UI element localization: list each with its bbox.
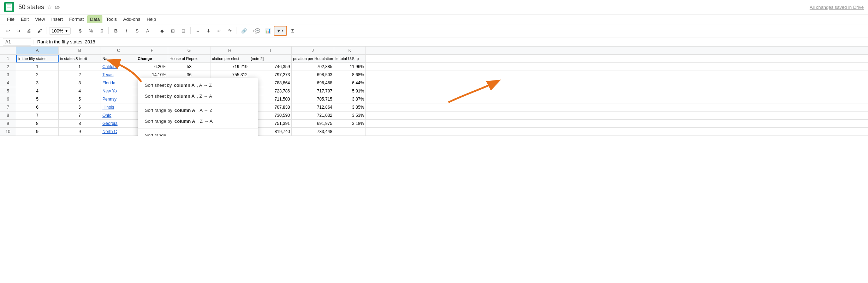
cell-j8[interactable]: 721,032 (292, 112, 334, 119)
col-header-g[interactable]: G (168, 47, 210, 54)
col-header-k[interactable]: K (334, 47, 366, 54)
folder-icon[interactable]: 🗁 (55, 4, 60, 10)
menu-help[interactable]: Help (144, 15, 159, 23)
print-button[interactable]: 🖨 (24, 26, 34, 36)
sort-range-action[interactable]: Sort range... (138, 130, 258, 136)
cell-j7[interactable]: 712,864 (292, 103, 334, 111)
menu-insert[interactable]: Insert (48, 15, 66, 23)
comment-button[interactable]: +💬 (250, 26, 262, 36)
redo-button[interactable]: ↪ (13, 26, 23, 36)
fill-color-button[interactable]: ◆ (157, 26, 167, 36)
cell-a1[interactable]: in the fifty states (16, 55, 59, 62)
strikethrough-button[interactable]: S (132, 26, 142, 36)
cell-b5[interactable]: 4 (59, 87, 101, 95)
cell-c6[interactable]: Pennsy (101, 95, 136, 103)
cell-k8[interactable]: 3.53% (334, 112, 366, 119)
col-header-h[interactable]: H (210, 47, 249, 54)
underline-button[interactable]: A (143, 26, 153, 36)
cell-c5[interactable]: New Yo (101, 87, 136, 95)
col-header-j[interactable]: J (292, 47, 334, 54)
cell-i2[interactable]: 746,359 (249, 63, 292, 71)
cell-i1[interactable]: [note 2] (249, 55, 292, 62)
sort-range-za[interactable]: Sort range by column A , Z → A (138, 116, 258, 127)
menu-tools[interactable]: Tools (103, 15, 119, 23)
menu-edit[interactable]: Edit (18, 15, 31, 23)
col-header-i[interactable]: I (249, 47, 292, 54)
cell-b2[interactable]: 1 (59, 63, 101, 71)
cell-a3[interactable]: 2 (16, 71, 59, 79)
cell-a7[interactable]: 6 (16, 103, 59, 111)
cell-k2[interactable]: 11.96% (334, 63, 366, 71)
italic-button[interactable]: I (121, 26, 131, 36)
borders-button[interactable]: ⊞ (168, 26, 178, 36)
sort-sheet-za[interactable]: Sort sheet by column A , Z → A (138, 91, 258, 102)
wrap-button[interactable]: ↵ (214, 26, 224, 36)
cell-j6[interactable]: 705,715 (292, 95, 334, 103)
cell-c4[interactable]: Florida (101, 79, 136, 87)
currency-button[interactable]: $ (75, 26, 85, 36)
menu-data[interactable]: Data (87, 15, 102, 23)
cell-c3[interactable]: Texas (101, 71, 136, 79)
cell-c2[interactable]: Californ (101, 63, 136, 71)
cell-k5[interactable]: 5.91% (334, 87, 366, 95)
sum-button[interactable]: Σ (288, 26, 298, 36)
menu-view[interactable]: View (32, 15, 48, 23)
paint-format-button[interactable]: 🖌 (35, 26, 44, 36)
zoom-selector[interactable]: 100% ▼ (49, 27, 71, 35)
col-header-b[interactable]: B (59, 47, 101, 54)
cell-a10[interactable]: 9 (16, 128, 59, 136)
cell-k10[interactable] (334, 128, 366, 136)
cell-j5[interactable]: 717,707 (292, 87, 334, 95)
rotate-button[interactable]: ↷ (225, 26, 234, 36)
undo-button[interactable]: ↩ (3, 26, 13, 36)
cell-a8[interactable]: 7 (16, 112, 59, 119)
menu-addons[interactable]: Add-ons (120, 15, 143, 23)
cell-c10[interactable]: North C (101, 128, 136, 136)
menu-file[interactable]: File (4, 15, 17, 23)
cell-f2[interactable]: 6.20% (136, 63, 168, 71)
cell-j4[interactable]: 696,468 (292, 79, 334, 87)
cell-a2[interactable]: 1 (16, 63, 59, 71)
col-header-f[interactable]: F (136, 47, 168, 54)
formula-input[interactable]: Rank in the fifty states, 2018 (35, 38, 865, 45)
cell-g1[interactable]: House of Repre: (168, 55, 210, 62)
chart-button[interactable]: 📊 (263, 26, 273, 36)
col-header-c[interactable]: C (101, 47, 136, 54)
cell-k9[interactable]: 3.18% (334, 120, 366, 127)
valign-button[interactable]: ⬇ (203, 26, 213, 36)
cell-b8[interactable]: 7 (59, 112, 101, 119)
cell-c7[interactable]: Illinois (101, 103, 136, 111)
cell-h2[interactable]: 719,219 (210, 63, 249, 71)
cell-a6[interactable]: 5 (16, 95, 59, 103)
cell-h1[interactable]: ulation per elect (210, 55, 249, 62)
cell-b6[interactable]: 5 (59, 95, 101, 103)
cell-k6[interactable]: 3.87% (334, 95, 366, 103)
cell-k4[interactable]: 6.44% (334, 79, 366, 87)
cell-b1[interactable]: in states & territ (59, 55, 101, 62)
col-header-a[interactable]: A (16, 47, 59, 54)
sort-range-az[interactable]: Sort range by column A , A → Z (138, 105, 258, 116)
cell-j3[interactable]: 698,503 (292, 71, 334, 79)
merge-button[interactable]: ⊟ (178, 26, 188, 36)
star-icon[interactable]: ☆ (47, 4, 52, 11)
cell-k3[interactable]: 8.68% (334, 71, 366, 79)
cell-j9[interactable]: 691,975 (292, 120, 334, 127)
decimal-button[interactable]: .0 (96, 26, 106, 36)
cell-f1[interactable]: Change (136, 55, 168, 62)
cell-g2[interactable]: 53 (168, 63, 210, 71)
cell-c1[interactable]: Na (101, 55, 136, 62)
data-menu-dropdown[interactable]: Sort sheet by column A , A → Z Sort shee… (138, 78, 258, 136)
cell-j2[interactable]: 702,885 (292, 63, 334, 71)
cell-a9[interactable]: 8 (16, 120, 59, 127)
cell-c9[interactable]: Georgia (101, 120, 136, 127)
filter-button[interactable]: ▼ ▼ (274, 26, 287, 36)
bold-button[interactable]: B (111, 26, 121, 36)
link-button[interactable]: 🔗 (239, 26, 249, 36)
percent-button[interactable]: % (86, 26, 96, 36)
menu-format[interactable]: Format (66, 15, 87, 23)
cell-b9[interactable]: 8 (59, 120, 101, 127)
cell-c8[interactable]: Ohio (101, 112, 136, 119)
cell-k7[interactable]: 3.85% (334, 103, 366, 111)
cell-j1[interactable]: pulation per Houulation per Hous (292, 55, 334, 62)
cell-b4[interactable]: 3 (59, 79, 101, 87)
